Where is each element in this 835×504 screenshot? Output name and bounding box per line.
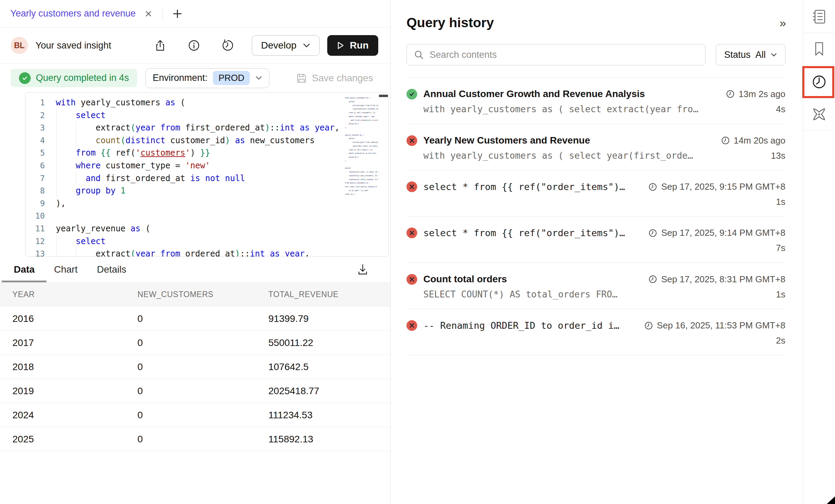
minimap[interactable]: with yearly_customers as ( select extrac… bbox=[345, 96, 379, 199]
table-cell: 0 bbox=[137, 386, 268, 397]
sql-editor[interactable]: 12345678910111213 with yearly_customers … bbox=[25, 92, 389, 257]
tab-yearly-customers-and-revenue[interactable]: Yearly customers and revenue bbox=[10, 8, 154, 19]
indent-guide bbox=[76, 172, 76, 185]
code-line: where customer_type = 'new' bbox=[56, 159, 340, 172]
clock-icon bbox=[648, 275, 657, 284]
download-icon bbox=[356, 263, 370, 276]
status-filter-dropdown[interactable]: Status All bbox=[716, 44, 785, 65]
clock-icon bbox=[721, 136, 730, 145]
indent-guide bbox=[56, 248, 56, 257]
results-tab-chart[interactable]: Chart bbox=[54, 257, 78, 282]
notebook-button[interactable] bbox=[810, 8, 828, 25]
history-item-title: Yearly New Customers and Revenue bbox=[423, 135, 713, 146]
table-cell: 2025 bbox=[12, 434, 137, 445]
history-item[interactable]: Count total ordersSep 17, 2025, 8:31 PM … bbox=[406, 263, 785, 309]
indent-guide bbox=[56, 235, 56, 248]
table-row: 201902025418.77 bbox=[0, 379, 390, 403]
code-line: yearly_revenue as ( bbox=[56, 222, 340, 235]
info-button[interactable] bbox=[186, 38, 202, 53]
query-status-text: Query completed in 4s bbox=[36, 73, 129, 83]
code-line: count(distinct customer_id) as new_custo… bbox=[56, 134, 340, 147]
line-number: 2 bbox=[25, 109, 45, 122]
close-icon[interactable] bbox=[143, 9, 154, 19]
code-area[interactable]: with yearly_customers as ( select extrac… bbox=[56, 96, 340, 257]
table-cell: 0 bbox=[137, 361, 268, 372]
app-window: Yearly customers and revenue BL Your sav… bbox=[0, 0, 835, 504]
history-item-query-preview: SELECT COUNT(*) AS total_orders FRO… bbox=[423, 289, 768, 300]
share-button[interactable] bbox=[153, 38, 168, 53]
line-number: 9 bbox=[25, 197, 45, 210]
search-icon bbox=[414, 50, 424, 60]
history-item-duration: 13s bbox=[771, 150, 785, 161]
run-button[interactable]: Run bbox=[327, 35, 378, 56]
status-filter-label: Status bbox=[724, 50, 751, 60]
results-tab-details[interactable]: Details bbox=[97, 257, 126, 282]
table-cell: 550011.22 bbox=[268, 337, 390, 348]
history-item-duration: 4s bbox=[776, 104, 785, 115]
new-tab-button[interactable] bbox=[171, 7, 184, 21]
table-cell: 2018 bbox=[12, 361, 137, 372]
line-number: 3 bbox=[25, 122, 45, 134]
download-results-button[interactable] bbox=[355, 262, 370, 277]
cursor-pointer bbox=[827, 496, 835, 504]
table-cell: 2017 bbox=[12, 337, 137, 348]
error-status-icon bbox=[406, 274, 417, 285]
line-number: 4 bbox=[25, 134, 45, 147]
indent-guide bbox=[56, 134, 56, 147]
search-box[interactable] bbox=[406, 44, 705, 65]
dbt-button[interactable] bbox=[810, 105, 828, 123]
table-row: 20170550011.22 bbox=[0, 331, 390, 355]
history-item[interactable]: -- Renaming ORDER_ID to order_id i…Sep 1… bbox=[406, 309, 785, 355]
status-filter-value: All bbox=[755, 50, 766, 60]
column-header: YEAR bbox=[12, 290, 137, 299]
clock-icon bbox=[648, 229, 657, 238]
history-item[interactable]: select * from {{ ref("order_items")…Sep … bbox=[406, 170, 785, 217]
results-tab-bar: DataChartDetails bbox=[0, 257, 390, 282]
bookmark-icon bbox=[811, 40, 828, 57]
table-cell: 2016 bbox=[12, 313, 137, 324]
save-icon bbox=[296, 72, 307, 84]
tab-title: Yearly customers and revenue bbox=[10, 8, 136, 19]
bookmark-button[interactable] bbox=[810, 40, 828, 58]
info-icon bbox=[187, 39, 201, 52]
environment-dropdown[interactable]: Environment: PROD bbox=[145, 68, 269, 88]
query-status-badge: Query completed in 4s bbox=[11, 69, 137, 87]
table-cell: 2019 bbox=[12, 386, 137, 397]
column-header: NEW_CUSTOMERS bbox=[137, 290, 268, 299]
code-line: group by 1 bbox=[56, 185, 340, 197]
develop-button[interactable]: Develop bbox=[252, 35, 320, 56]
scrollbar-thumb[interactable] bbox=[379, 95, 388, 97]
code-line: extract(year from first_ordered_at)::int… bbox=[56, 122, 340, 134]
table-cell: 0 bbox=[137, 410, 268, 421]
history-item-title: Annual Customer Growth and Revenue Analy… bbox=[423, 88, 718, 99]
query-history-list: Annual Customer Growth and Revenue Analy… bbox=[406, 77, 785, 355]
table-cell: 0 bbox=[137, 313, 268, 324]
check-circle-icon bbox=[19, 72, 31, 84]
play-icon bbox=[337, 41, 344, 50]
query-history-panel: Query history » Status All Annual Custom… bbox=[391, 0, 803, 504]
saved-insight-label: Your saved insight bbox=[35, 40, 111, 51]
error-status-icon bbox=[406, 228, 417, 238]
code-line: ), bbox=[56, 197, 340, 210]
version-history-button[interactable] bbox=[220, 38, 235, 53]
search-input[interactable] bbox=[430, 50, 698, 60]
history-item-title: -- Renaming ORDER_ID to order_id i… bbox=[423, 320, 636, 331]
history-item-timestamp: 14m 20s ago bbox=[721, 135, 785, 146]
line-number: 8 bbox=[25, 185, 45, 197]
table-row: 20250115892.13 bbox=[0, 427, 390, 451]
table-cell: 2024 bbox=[12, 410, 137, 421]
collapse-panel-button[interactable]: » bbox=[780, 16, 785, 30]
history-item[interactable]: Yearly New Customers and Revenue14m 20s … bbox=[406, 124, 785, 170]
history-item[interactable]: Annual Customer Growth and Revenue Analy… bbox=[406, 77, 785, 124]
history-item[interactable]: select * from {{ ref("order_items")…Sep … bbox=[406, 217, 785, 263]
save-changes-button[interactable]: Save changes bbox=[296, 72, 373, 84]
table-row: 20180107642.5 bbox=[0, 355, 390, 379]
page-title: Query history bbox=[406, 15, 494, 30]
table-cell: 0 bbox=[137, 337, 268, 348]
error-status-icon bbox=[406, 135, 417, 146]
success-status-icon bbox=[406, 89, 417, 99]
results-tab-data[interactable]: Data bbox=[14, 257, 35, 282]
chevron-down-icon bbox=[771, 53, 777, 57]
code-line: select bbox=[56, 235, 340, 248]
history-item-title: select * from {{ ref("order_items")… bbox=[423, 228, 640, 238]
